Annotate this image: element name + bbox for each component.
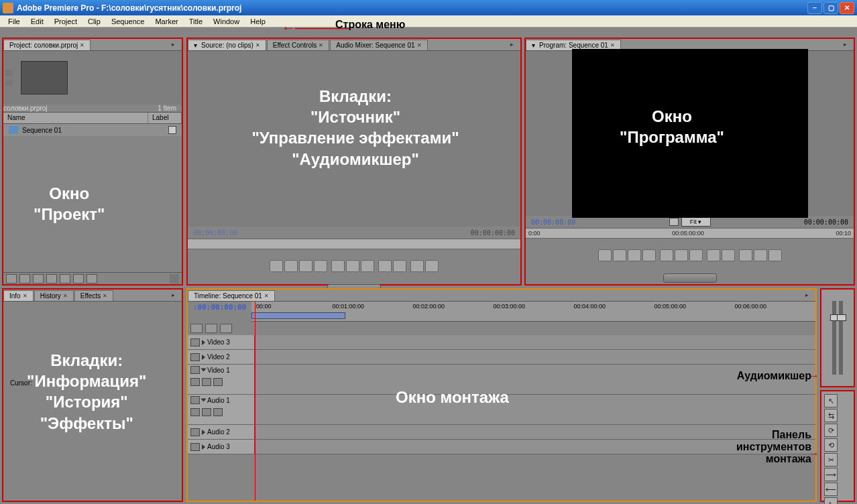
trash-icon[interactable] — [87, 274, 97, 284]
track-select-tool[interactable]: ⇆ — [824, 409, 838, 422]
close-icon[interactable]: ✕ — [319, 42, 323, 48]
play-button[interactable] — [675, 249, 688, 261]
expand-icon[interactable] — [202, 355, 205, 360]
program-ruler[interactable]: 0:00 00:05:00:00 00:10 — [526, 228, 854, 239]
zoom-dropdown[interactable]: Fit ▾ — [681, 217, 711, 227]
menu-clip[interactable]: Clip — [82, 16, 106, 27]
goto-in-button[interactable] — [314, 260, 327, 272]
tab-effects[interactable]: Effects✕ — [74, 290, 113, 301]
marker-button[interactable] — [299, 260, 312, 272]
new-item-icon[interactable] — [73, 274, 84, 284]
track-opt-icon[interactable] — [202, 378, 211, 386]
maximize-button[interactable]: ▢ — [823, 2, 838, 14]
tab-project[interactable]: Project: соловки.prproj ✕ — [3, 40, 91, 50]
overlay-button[interactable] — [425, 260, 439, 272]
timeline-playhead-tc[interactable]: :00:00:00:00 — [188, 302, 251, 322]
safe-margins-icon[interactable] — [669, 218, 679, 226]
snap-icon[interactable] — [190, 324, 203, 333]
eye-icon[interactable] — [190, 338, 200, 346]
expand-icon[interactable] — [202, 430, 205, 435]
eye-icon[interactable] — [190, 353, 200, 361]
column-name[interactable]: Name — [3, 113, 148, 123]
step-back-button[interactable] — [660, 249, 673, 261]
set-in-button[interactable] — [270, 260, 283, 272]
loop-button[interactable] — [393, 260, 406, 272]
panel-menu-icon[interactable]: ▸ — [510, 41, 518, 48]
menu-title[interactable]: Title — [184, 16, 208, 27]
tab-effect-controls[interactable]: Effect Controls✕ — [267, 40, 329, 50]
speaker-icon[interactable] — [190, 396, 200, 404]
close-icon[interactable]: ✕ — [417, 42, 422, 48]
close-icon[interactable]: ✕ — [63, 293, 68, 299]
speaker-icon[interactable] — [190, 428, 200, 436]
tab-history[interactable]: History✕ — [34, 290, 74, 301]
find-icon[interactable] — [46, 274, 57, 284]
label-swatch[interactable] — [168, 126, 176, 134]
menu-sequence[interactable]: Sequence — [106, 16, 150, 27]
track-opt-icon[interactable] — [213, 378, 223, 386]
source-tc-left[interactable]: 00;00;00;00 — [193, 229, 237, 237]
play-button[interactable] — [346, 260, 359, 272]
close-icon[interactable]: ✕ — [610, 42, 615, 48]
step-fwd-button[interactable] — [689, 249, 703, 261]
set-in-button[interactable] — [598, 249, 612, 261]
sync-lock-icon[interactable] — [205, 324, 217, 333]
razor-tool[interactable]: ⟿ — [824, 468, 838, 481]
goto-out-button[interactable] — [707, 249, 720, 261]
source-ruler[interactable] — [188, 239, 520, 249]
speaker-icon[interactable] — [190, 443, 200, 451]
close-icon[interactable]: ✕ — [80, 42, 84, 48]
goto-out-button[interactable] — [378, 260, 392, 272]
auto-bin-icon[interactable] — [33, 274, 44, 284]
extract-button[interactable] — [754, 249, 767, 261]
slide-tool[interactable]: ⤡ — [824, 497, 838, 504]
playhead-line[interactable] — [255, 302, 255, 501]
video-track-1[interactable]: Video 1 — [188, 365, 815, 395]
work-area-bar[interactable] — [251, 312, 345, 319]
audio-track-2[interactable]: Audio 2 — [188, 425, 815, 440]
resize-handle-icon[interactable] — [170, 274, 179, 284]
set-out-button[interactable] — [284, 260, 298, 272]
marker-button[interactable] — [628, 249, 641, 261]
collapse-icon[interactable] — [201, 369, 207, 372]
panel-menu-icon[interactable]: ▸ — [844, 41, 852, 48]
minimize-button[interactable]: – — [807, 2, 822, 14]
expand-icon[interactable] — [202, 444, 205, 450]
eye-icon[interactable] — [190, 366, 200, 374]
list-view-icon[interactable] — [6, 274, 17, 284]
jog-wheel[interactable] — [663, 273, 717, 283]
insert-button[interactable] — [410, 260, 424, 272]
step-back-button[interactable] — [331, 260, 345, 272]
collapse-icon[interactable] — [201, 399, 207, 402]
project-item[interactable]: Sequence 01 — [3, 124, 182, 136]
close-icon[interactable]: ✕ — [264, 293, 269, 299]
track-opt-icon[interactable] — [202, 408, 211, 416]
ripple-edit-tool[interactable]: ⟳ — [824, 424, 838, 437]
close-icon[interactable]: ✕ — [103, 293, 107, 299]
menu-help[interactable]: Help — [245, 16, 271, 27]
track-opt-icon[interactable] — [190, 408, 200, 416]
trim-button[interactable] — [768, 249, 782, 261]
lift-button[interactable] — [739, 249, 752, 261]
goto-in-button[interactable] — [642, 249, 656, 261]
video-track-3[interactable]: Video 3 — [188, 335, 815, 350]
bin-view-icon[interactable] — [6, 70, 13, 76]
tab-audio-mixer[interactable]: Audio Mixer: Sequence 01✕ — [330, 40, 427, 50]
menu-window[interactable]: Window — [208, 16, 245, 27]
step-fwd-button[interactable] — [361, 260, 374, 272]
video-track-2[interactable]: Video 2 — [188, 350, 815, 365]
track-opt-icon[interactable] — [190, 378, 200, 386]
tab-source[interactable]: ▾Source: (no clips)✕ — [188, 40, 266, 50]
menu-project[interactable]: Project — [49, 16, 82, 27]
track-opt-icon[interactable] — [213, 408, 223, 416]
panel-menu-icon[interactable]: ▸ — [805, 292, 813, 298]
rolling-edit-tool[interactable]: ⟲ — [824, 438, 838, 452]
audio-track-3[interactable]: Audio 3 — [188, 440, 815, 454]
menu-marker[interactable]: Marker — [150, 16, 183, 27]
program-tc-left[interactable]: 00:00:00:00 — [531, 218, 575, 226]
panel-menu-icon[interactable]: ▸ — [172, 292, 180, 298]
set-out-button[interactable] — [613, 249, 626, 261]
icon-view-icon[interactable] — [19, 274, 30, 284]
loop-button[interactable] — [722, 249, 735, 261]
close-icon[interactable]: ✕ — [23, 293, 27, 299]
